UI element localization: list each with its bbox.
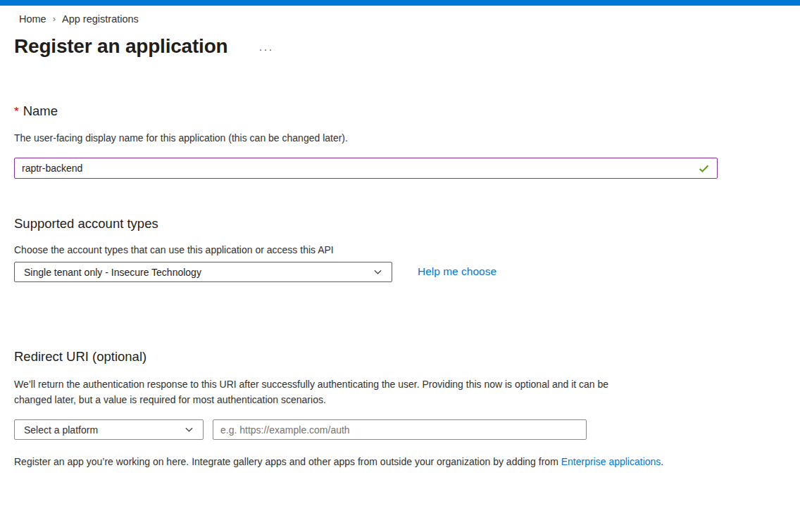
- redirect-uri-section-label: Redirect URI (optional): [14, 349, 146, 365]
- title-row: Register an application ···: [14, 35, 273, 58]
- account-types-dropdown-value: Single tenant only - Insecure Technology: [24, 267, 201, 278]
- platform-dropdown[interactable]: Select a platform: [14, 419, 204, 440]
- breadcrumb-app-registrations[interactable]: App registrations: [62, 13, 139, 25]
- page-title: Register an application: [14, 35, 227, 58]
- name-description: The user-facing display name for this ap…: [14, 132, 348, 144]
- chevron-down-icon: [185, 425, 194, 434]
- account-types-description: Choose the account types that can use th…: [14, 244, 334, 255]
- redirect-uri-description: We’ll return the authentication response…: [14, 376, 609, 407]
- name-label-text: Name: [23, 103, 58, 118]
- breadcrumb-home[interactable]: Home: [19, 13, 46, 25]
- name-section-label: *Name: [14, 103, 58, 119]
- top-accent-bar: [0, 0, 800, 6]
- redirect-uri-input[interactable]: [213, 419, 587, 440]
- footer-text-after: .: [661, 456, 663, 467]
- chevron-right-icon: ›: [53, 13, 56, 24]
- checkmark-icon: [698, 163, 710, 175]
- register-application-page: Home › App registrations Register an app…: [0, 0, 800, 532]
- name-input[interactable]: [22, 163, 698, 174]
- footer-note: Register an app you’re working on here. …: [14, 456, 663, 467]
- enterprise-applications-link[interactable]: Enterprise applications: [561, 456, 661, 467]
- footer-text-before: Register an app you’re working on here. …: [14, 456, 561, 467]
- account-types-dropdown[interactable]: Single tenant only - Insecure Technology: [14, 262, 392, 282]
- platform-dropdown-value: Select a platform: [24, 424, 98, 436]
- name-input-container: [14, 158, 718, 179]
- required-asterisk: *: [14, 105, 19, 118]
- chevron-down-icon: [373, 267, 382, 277]
- help-me-choose-link[interactable]: Help me choose: [418, 265, 496, 278]
- more-options-icon[interactable]: ···: [258, 44, 273, 54]
- breadcrumb: Home › App registrations: [19, 13, 139, 25]
- account-types-section-label: Supported account types: [14, 216, 158, 232]
